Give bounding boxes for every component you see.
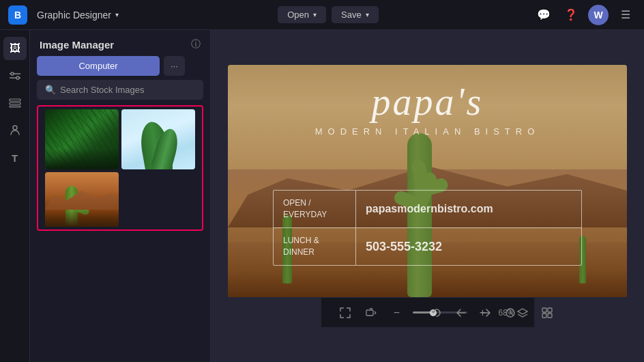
sidebar-item-people[interactable] [3, 119, 27, 142]
svg-rect-13 [542, 314, 546, 318]
sidebar-item-layers[interactable] [3, 92, 27, 115]
svg-rect-7 [10, 102, 20, 105]
expand-button[interactable] [335, 303, 355, 323]
canvas-wrapper: papa's MODERN ITALIAN BISTRO OPEN /EVERY… [228, 65, 627, 297]
project-name-button[interactable]: Graphic Designer ▾ [33, 7, 123, 23]
open-hours-cell: OPEN /EVERYDAY [274, 191, 355, 228]
panel-header: Image Manager ⓘ [30, 30, 210, 56]
svg-rect-6 [10, 99, 20, 101]
sidebar-item-image[interactable]: 🖼 [3, 37, 27, 60]
info-box: OPEN /EVERYDAY papasmodernbistro.com LUN… [273, 190, 582, 266]
back-button[interactable] [451, 303, 471, 323]
topbar: B Graphic Designer ▾ Open ▾ Save ▾ 💬 ❓ W… [0, 0, 644, 30]
computer-button[interactable]: Computer [37, 56, 160, 76]
history-button[interactable] [500, 303, 521, 323]
avatar[interactable]: W [588, 5, 609, 25]
svg-rect-15 [366, 310, 373, 316]
zoom-out-button[interactable]: − [387, 303, 407, 323]
sidebar-item-adjust[interactable] [3, 64, 27, 87]
image-thumb-palm[interactable] [121, 109, 195, 169]
undo-button[interactable] [426, 303, 447, 323]
save-button[interactable]: Save ▾ [332, 6, 379, 23]
panel-actions: Computer ··· 🔍 Search Stock Images [30, 56, 210, 105]
icon-sidebar: 🖼 T [0, 30, 30, 362]
meal-times-cell: LUNCH &DINNER [274, 227, 355, 265]
panel-title: Image Manager [40, 39, 114, 51]
grid-tool-button[interactable] [537, 303, 557, 323]
main-area: 🖼 T [0, 30, 644, 362]
project-dropdown-chevron: ▾ [115, 11, 119, 18]
image-manager-panel: Image Manager ⓘ Computer ··· 🔍 Search St… [30, 30, 211, 362]
svg-rect-8 [10, 106, 20, 107]
sidebar-item-text[interactable]: T [3, 146, 27, 169]
image-thumb-jungle[interactable] [45, 109, 119, 169]
svg-rect-12 [548, 308, 552, 312]
app-logo[interactable]: B [8, 5, 27, 25]
forward-button[interactable] [475, 303, 496, 323]
design-subtitle: MODERN ITALIAN BISTRO [228, 126, 627, 137]
svg-line-17 [375, 313, 376, 314]
open-button[interactable]: Open ▾ [278, 6, 326, 23]
search-stock-label: Search Stock Images [60, 85, 145, 95]
resize-button[interactable] [361, 303, 381, 323]
menu-icon[interactable]: ☰ [615, 5, 636, 25]
svg-line-19 [371, 308, 372, 309]
chat-icon[interactable]: 💬 [533, 5, 554, 25]
info-icon[interactable]: ⓘ [191, 38, 201, 51]
phone-cell: 503-555-3232 [355, 227, 581, 265]
website-cell: papasmodernbistro.com [355, 191, 581, 228]
search-icon: 🔍 [45, 85, 56, 95]
search-stock-button[interactable]: 🔍 Search Stock Images [37, 80, 203, 100]
canvas-area: papa's MODERN ITALIAN BISTRO OPEN /EVERY… [211, 30, 644, 362]
right-tools [426, 303, 521, 323]
design-card[interactable]: papa's MODERN ITALIAN BISTRO OPEN /EVERY… [228, 65, 627, 297]
design-title: papa's [228, 80, 627, 124]
more-options-button[interactable]: ··· [164, 56, 185, 76]
svg-rect-14 [548, 314, 552, 318]
image-thumb-cactus[interactable] [45, 172, 119, 227]
svg-point-9 [13, 126, 17, 130]
image-grid [37, 105, 203, 231]
project-name-label: Graphic Designer [37, 10, 111, 20]
svg-point-0 [11, 72, 14, 75]
help-icon[interactable]: ❓ [561, 5, 581, 25]
svg-point-1 [16, 76, 19, 79]
svg-rect-11 [542, 308, 546, 312]
bottom-toolbar: − + 68% [321, 297, 534, 327]
